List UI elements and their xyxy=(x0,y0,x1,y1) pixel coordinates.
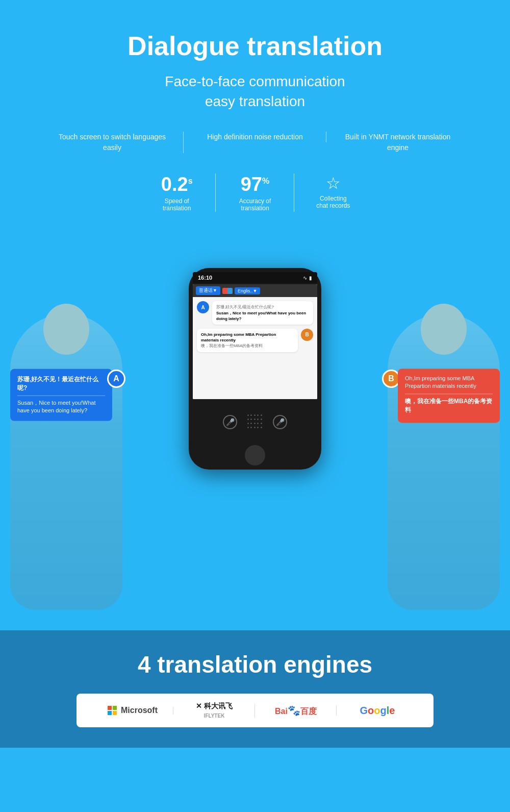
feature-item-2: High definition noise reduction xyxy=(184,132,326,142)
phone-status-bar: 16:10 ∿ ▮ xyxy=(193,272,317,283)
stat-speed: 0.2s Speed oftranslation xyxy=(138,174,216,212)
lang-btn-right[interactable]: Englis..▼ xyxy=(235,287,260,294)
main-title: Dialogue translation xyxy=(10,31,500,61)
phone-lang-bar: 普通话▼ Englis..▼ xyxy=(193,284,317,297)
wifi-icon: ∿ xyxy=(303,275,307,281)
msg-bubble-a: 苏珊,好久不见!最近在忙什么呢? Susan，Nice to meet you!… xyxy=(212,301,313,325)
star-icon: ☆ xyxy=(304,174,362,193)
avatar-a: A xyxy=(197,301,209,313)
chat-area: A 苏珊,好久不见!最近在忙什么呢? Susan，Nice to meet yo… xyxy=(193,297,317,399)
microsoft-logo-icon xyxy=(108,706,117,715)
engine-ifly: ✕ 科大讯飞IFLYTEK xyxy=(173,702,255,719)
phone-outer-bottom xyxy=(193,445,317,465)
subtitle: Face-to-face communicationeasy translati… xyxy=(10,71,500,111)
baidu-logo-text: Bai🐾百度 xyxy=(275,704,317,717)
chat-msg-a: A 苏珊,好久不见!最近在忙什么呢? Susan，Nice to meet yo… xyxy=(197,301,313,325)
msg-bubble-b: Oh,Im preparing some MBA Prepartion mate… xyxy=(197,329,298,352)
bottom-section: 4 translation engines Microsoft ✕ 科大讯飞IF… xyxy=(0,630,510,748)
google-logo-text: Google xyxy=(360,705,395,717)
phone-wrapper: 16:10 ∿ ▮ 普通话▼ Englis..▼ xyxy=(189,268,321,470)
mic-btn-right[interactable]: 🎤 xyxy=(273,415,287,429)
stat-chat: ☆ Collectingchat records xyxy=(294,174,372,209)
middle-section: 苏珊,好久不见！最近在忙什么呢? Susan，Nice to meet you!… xyxy=(0,248,510,630)
speaker-grid xyxy=(247,414,263,430)
avatar-b: B xyxy=(301,329,313,341)
badge-a: A xyxy=(107,370,125,388)
ifly-logo-text: ✕ 科大讯飞IFLYTEK xyxy=(196,702,233,719)
phone-device: 16:10 ∿ ▮ 普通话▼ Englis..▼ xyxy=(189,268,321,470)
lang-btn-left[interactable]: 普通话▼ xyxy=(196,286,220,295)
callout-left: 苏珊,好久不见！最近在忙什么呢? Susan，Nice to meet you!… xyxy=(10,369,112,421)
feature-item-1: Touch screen to switch languages easily xyxy=(41,132,184,153)
phone-time: 16:10 xyxy=(198,275,212,281)
battery-icon: ▮ xyxy=(309,275,312,281)
top-section: Dialogue translation Face-to-face commun… xyxy=(0,0,510,248)
engines-title: 4 translation engines xyxy=(10,651,500,678)
stats-row: 0.2s Speed oftranslation 97% Accuracy of… xyxy=(10,174,500,212)
center-button[interactable] xyxy=(245,445,265,465)
chat-msg-b: B Oh,Im preparing some MBA Prepartion ma… xyxy=(197,329,313,352)
phone-bottom-controls: 🎤 🎤 xyxy=(193,399,317,445)
engine-google: Google xyxy=(337,705,418,717)
mic-btn-left[interactable]: 🎤 xyxy=(223,415,237,429)
engines-row: Microsoft ✕ 科大讯飞IFLYTEK Bai🐾百度 Google xyxy=(76,694,434,727)
stat-accuracy: 97% Accuracy oftranslation xyxy=(216,174,294,212)
phone-container: 苏珊,好久不见！最近在忙什么呢? Susan，Nice to meet you!… xyxy=(0,258,510,490)
lang-separator-icon xyxy=(222,288,233,294)
phone-screen: 普通话▼ Englis..▼ A 苏珊,好久不见!最近在 xyxy=(193,284,317,399)
callout-right: Oh,Im preparing some MBA Prepartion mate… xyxy=(398,368,500,423)
engine-baidu: Bai🐾百度 xyxy=(255,704,337,717)
engine-microsoft: Microsoft xyxy=(92,706,173,715)
feature-item-3: Built in YNMT network translation engine xyxy=(326,132,469,153)
features-row: Touch screen to switch languages easily … xyxy=(10,132,500,153)
